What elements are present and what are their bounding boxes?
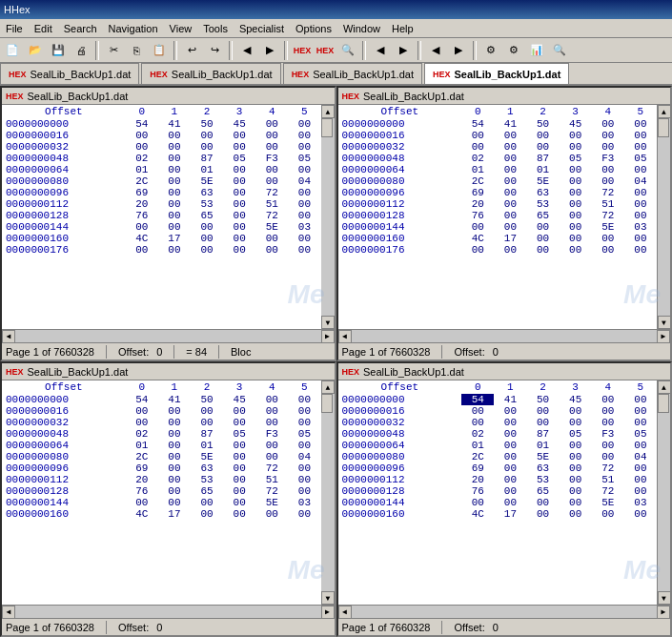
hex-cell[interactable]: 00 [288,440,320,451]
menu-options[interactable]: Options [290,21,337,36]
forward-button[interactable]: ▶ [259,40,280,61]
hex-cell[interactable]: 00 [461,130,494,141]
hex-cell[interactable]: 04 [288,451,320,462]
bl-hscroll-left-btn[interactable]: ◀ [2,606,15,619]
tr-scrollbar-down-btn[interactable]: ▼ [658,316,671,329]
hex-cell[interactable]: 00 [560,187,592,198]
hex-cell[interactable]: 00 [255,394,288,405]
open-button[interactable]: 📂 [25,40,46,61]
hex-cell[interactable]: 00 [624,118,657,130]
hex-cell[interactable]: 02 [126,153,158,164]
br-scrollbar-up-btn[interactable]: ▲ [658,380,671,394]
tr-hscroll-track[interactable] [352,330,658,343]
hex-cell[interactable]: 00 [560,198,592,210]
hex-cell[interactable]: 00 [223,405,255,417]
tr-scrollbar-thumb[interactable] [658,118,669,137]
panel-tr-table-container[interactable]: Offset 0 1 2 3 4 5 000000000054415045000… [338,105,658,329]
hex-cell[interactable]: 00 [592,440,624,451]
hex-cell[interactable]: 00 [526,508,559,520]
br-hscroll-left-btn[interactable]: ◀ [338,606,352,619]
hex-cell[interactable]: 00 [494,175,526,187]
hex-cell[interactable]: 00 [560,497,592,508]
hex-cell[interactable]: 05 [560,428,592,440]
hex-cell[interactable]: 00 [526,130,559,141]
offset-cell[interactable]: 0000000128 [338,210,462,221]
hex-cell[interactable]: 00 [526,405,559,417]
hex-cell[interactable]: 00 [223,417,255,428]
table-row[interactable]: 0000000064010001000000 [338,164,658,175]
hex-cell[interactable]: 00 [494,153,526,164]
hex-cell[interactable]: 69 [461,187,494,198]
hex-cell[interactable]: 00 [624,164,657,175]
hex-cell[interactable]: 00 [526,221,559,233]
table-row[interactable]: 00000000802C005E000004 [338,175,658,187]
hex-cell[interactable]: 00 [494,244,526,256]
hex-cell[interactable]: 54 [461,394,494,405]
hex-cell[interactable]: 00 [560,210,592,221]
hex-cell[interactable]: 00 [288,462,320,474]
hex-cell[interactable]: 00 [592,508,624,520]
hex-cell[interactable]: 69 [126,187,158,198]
hex-cell[interactable]: 63 [526,462,559,474]
hex-cell[interactable]: 00 [158,198,191,210]
hex-cell[interactable]: 00 [494,497,526,508]
table-row[interactable]: 00000001604C1700000000 [338,233,658,244]
br-scrollbar-thumb[interactable] [658,394,669,413]
hex-cell[interactable]: 00 [158,497,191,508]
hex-cell[interactable]: 01 [461,164,494,175]
hex-cell[interactable]: 00 [624,405,657,417]
table-row[interactable]: 00000001604C1700000000 [2,508,321,520]
hex-cell[interactable]: 00 [560,405,592,417]
table-row[interactable]: 0000000176000000000000 [2,244,321,256]
hex-cell[interactable]: 5E [255,497,288,508]
hex-cell[interactable]: 4C [126,508,158,520]
save-button[interactable]: 💾 [48,40,69,61]
offset-cell[interactable]: 0000000160 [2,508,126,520]
print-button[interactable]: 🖨 [71,40,92,61]
hex-cell[interactable]: 00 [158,428,191,440]
offset-cell[interactable]: 0000000096 [338,462,462,474]
hex-cell[interactable]: 00 [560,233,592,244]
redo-button[interactable]: ↪ [204,40,225,61]
table-row[interactable]: 0000000064010001000000 [338,440,658,451]
search-hex-button[interactable]: HEX [315,40,336,61]
offset-cell[interactable]: 0000000000 [338,118,462,130]
table-row[interactable]: 0000000144000000005E03 [2,221,321,233]
hex-cell[interactable]: 17 [494,233,526,244]
bl-scrollbar-track[interactable] [321,394,335,591]
hex-cell[interactable]: 45 [223,118,255,130]
hex-cell[interactable]: 00 [191,233,223,244]
hex-cell[interactable]: 00 [494,428,526,440]
hex-cell[interactable]: 00 [560,440,592,451]
hex-cell[interactable]: 65 [191,485,223,497]
hex-cell[interactable]: 20 [126,474,158,485]
hex-cell[interactable]: 00 [255,417,288,428]
hscroll-right-btn[interactable]: ▶ [321,330,335,343]
offset-cell[interactable]: 0000000000 [2,394,126,405]
hex-cell[interactable]: 00 [223,198,255,210]
offset-cell[interactable]: 0000000080 [2,451,126,462]
hex-cell[interactable]: 00 [494,198,526,210]
hex-cell[interactable]: 00 [288,187,320,198]
offset-cell[interactable]: 0000000048 [338,153,462,164]
menu-view[interactable]: View [164,21,198,36]
hex-cell[interactable]: 00 [288,485,320,497]
hex-cell[interactable]: 00 [191,417,223,428]
hex-cell[interactable]: 00 [191,508,223,520]
hex-cell[interactable]: 00 [560,485,592,497]
hex-cell[interactable]: 05 [223,428,255,440]
hex-cell[interactable]: 65 [526,485,559,497]
hex-cell[interactable]: 00 [126,130,158,141]
offset-cell[interactable]: 0000000096 [2,462,126,474]
hex-cell[interactable]: 63 [526,187,559,198]
offset-cell[interactable]: 0000000048 [338,428,462,440]
hex-cell[interactable]: 00 [592,141,624,153]
hex-cell[interactable]: 00 [158,164,191,175]
back-button[interactable]: ◀ [236,40,257,61]
hex-cell[interactable]: 72 [255,462,288,474]
hex-cell[interactable]: 5E [191,451,223,462]
hex-cell[interactable]: 00 [592,417,624,428]
hex-cell[interactable]: 00 [126,497,158,508]
hex-cell[interactable]: 00 [461,141,494,153]
hex-cell[interactable]: 00 [526,233,559,244]
